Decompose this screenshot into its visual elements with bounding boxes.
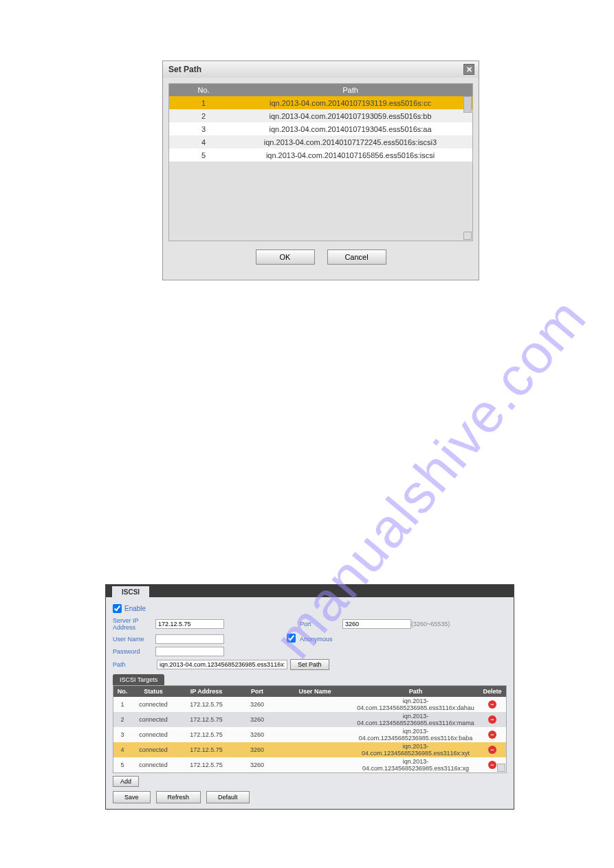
anonymous-checkbox[interactable]: [287, 634, 296, 643]
delete-icon[interactable]: −: [488, 700, 496, 709]
ok-button[interactable]: OK: [256, 249, 315, 265]
enable-label: Enable: [124, 605, 146, 612]
list-row[interactable]: 4 iqn.2013-04.com.20140107172245.ess5016…: [169, 135, 472, 148]
port-hint: (3260~65535): [411, 621, 466, 627]
tab-iscsi[interactable]: ISCSI: [112, 586, 149, 598]
dialog-title: Set Path: [168, 65, 201, 74]
table-row[interactable]: 3 connected 172.12.5.75 3260 iqn.2013-04…: [113, 727, 506, 742]
list-row[interactable]: 2 iqn.2013-04.com.20140107193059.ess5016…: [169, 109, 472, 122]
list-row[interactable]: 5 iqn.2013-04.com.20140107165856.ess5016…: [169, 148, 472, 162]
targets-table: No. Status IP Address Port User Name Pat…: [113, 685, 507, 773]
col-header-no: No.: [169, 86, 238, 94]
default-button[interactable]: Default: [206, 791, 250, 803]
set-path-dialog: Set Path ✕ No. Path 1 iqn.2013-04.com.20…: [162, 60, 479, 280]
scrollbar-thumb[interactable]: [463, 96, 472, 113]
refresh-button[interactable]: Refresh: [156, 791, 201, 803]
set-path-button[interactable]: Set Path: [290, 659, 329, 670]
label-port: Port: [300, 621, 342, 627]
label-username: User Name: [113, 636, 155, 643]
panel-topbar: ISCSI: [106, 585, 514, 597]
delete-icon[interactable]: −: [488, 715, 496, 724]
port-input[interactable]: [342, 619, 411, 629]
label-anonymous: Anonymous: [300, 636, 342, 643]
save-button[interactable]: Save: [113, 791, 151, 803]
server-ip-input[interactable]: [155, 619, 224, 629]
path-listbox[interactable]: No. Path 1 iqn.2013-04.com.2014010719311…: [168, 83, 473, 241]
table-row[interactable]: 1 connected 172.12.5.75 3260 iqn.2013-04…: [113, 697, 506, 712]
password-input[interactable]: [155, 647, 224, 656]
cancel-button[interactable]: Cancel: [327, 249, 386, 265]
label-path: Path: [113, 661, 154, 668]
resize-grip[interactable]: [463, 232, 472, 240]
close-icon[interactable]: ✕: [463, 64, 474, 75]
list-header: No. Path: [169, 84, 472, 96]
tab-iscsi-targets[interactable]: ISCSI Targets: [113, 674, 164, 685]
delete-icon[interactable]: −: [488, 731, 496, 739]
list-row[interactable]: 3 iqn.2013-04.com.20140107193045.ess5016…: [169, 122, 472, 135]
col-header-path: Path: [238, 86, 472, 94]
table-row[interactable]: 2 connected 172.12.5.75 3260 iqn.2013-04…: [113, 712, 506, 727]
iscsi-panel: ISCSI Enable Server IP Address Port (326…: [105, 584, 514, 810]
enable-checkbox[interactable]: [113, 604, 122, 613]
path-input[interactable]: [157, 660, 287, 669]
dialog-titlebar[interactable]: Set Path ✕: [163, 61, 479, 78]
delete-icon[interactable]: −: [488, 746, 496, 754]
label-password: Password: [113, 648, 155, 655]
username-input[interactable]: [155, 634, 224, 644]
label-server-ip: Server IP Address: [113, 617, 155, 631]
delete-icon[interactable]: −: [488, 761, 496, 769]
table-row[interactable]: 5 connected 172.12.5.75 3260 iqn.2013-04…: [113, 757, 506, 772]
table-row[interactable]: 4 connected 172.12.5.75 3260 iqn.2013-04…: [113, 742, 506, 757]
targets-header: No. Status IP Address Port User Name Pat…: [113, 686, 506, 697]
list-row[interactable]: 1 iqn.2013-04.com.20140107193119.ess5016…: [169, 96, 472, 109]
add-button[interactable]: Add: [113, 776, 139, 787]
